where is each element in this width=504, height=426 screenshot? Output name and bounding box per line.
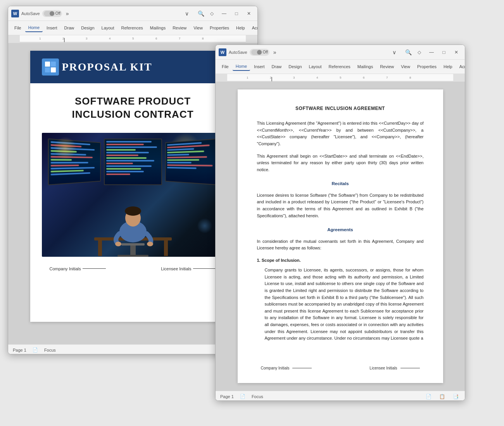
title-dropdown-1[interactable]: ∨ xyxy=(181,8,192,19)
autosave-label-2: AutoSave xyxy=(229,50,247,55)
svg-text:8: 8 xyxy=(202,37,204,40)
word-logo-1: W xyxy=(11,10,19,17)
ribbon-1: File Home Insert Draw Design Layout Refe… xyxy=(8,21,257,35)
doc-section-scope: 1. Scope of Inclusion. xyxy=(257,257,424,264)
svg-text:3: 3 xyxy=(86,37,88,40)
search-button-1[interactable]: 🔍 xyxy=(195,8,206,19)
code-line xyxy=(50,167,95,169)
code-line xyxy=(106,155,138,156)
toggle-off-label-2: Off xyxy=(263,50,268,54)
ruler-scale-1: 1 2 3 4 5 6 7 8 xyxy=(20,35,246,43)
tab-insert-1[interactable]: Insert xyxy=(43,24,60,32)
pk-icon xyxy=(42,58,59,76)
tab-review-1[interactable]: Review xyxy=(169,24,190,32)
svg-text:7: 7 xyxy=(386,76,388,79)
tab-properties-2[interactable]: Properties xyxy=(414,63,440,70)
tab-mailings-1[interactable]: Mailings xyxy=(147,24,169,32)
code-line xyxy=(106,163,133,164)
tab-properties-1[interactable]: Properties xyxy=(207,24,232,32)
search-button-2[interactable]: 🔍 xyxy=(403,47,414,58)
status-bar-2: Page 1 📄 Focus 📄 📋 📑 xyxy=(216,391,465,401)
code-line xyxy=(106,165,152,167)
tab-design-2[interactable]: Design xyxy=(285,63,305,70)
code-lines-center xyxy=(105,139,161,177)
tab-references-1[interactable]: References xyxy=(118,24,146,32)
minimize-button-2[interactable]: — xyxy=(426,47,437,58)
tab-home-2[interactable]: Home xyxy=(233,62,250,71)
svg-text:4: 4 xyxy=(316,76,318,79)
doc-para-4: In consideration of the mutual covenants… xyxy=(257,238,424,252)
tab-help-2[interactable]: Help xyxy=(440,63,456,70)
tab-design-1[interactable]: Design xyxy=(78,24,97,32)
more-options-2[interactable]: » xyxy=(272,49,278,55)
title-bar-2: W AutoSave Off » ∨ 🔍 ◇ — □ ✕ xyxy=(216,45,465,60)
pk-cell-3 xyxy=(45,67,50,72)
diamond-button-1[interactable]: ◇ xyxy=(206,8,217,19)
person-svg xyxy=(75,179,191,257)
more-options-1[interactable]: » xyxy=(64,10,71,17)
print-view-btn-2[interactable]: 📋 xyxy=(438,393,447,400)
page-indicator-1: Page 1 xyxy=(13,348,26,352)
code-lines-right xyxy=(166,139,217,171)
licensee-initials-line: Licensee Initials xyxy=(161,266,216,271)
tab-mailings-2[interactable]: Mailings xyxy=(354,63,376,70)
tab-file-1[interactable]: File xyxy=(11,24,24,32)
close-button-2[interactable]: ✕ xyxy=(451,47,462,58)
svg-text:5: 5 xyxy=(132,37,134,40)
svg-text:1: 1 xyxy=(247,76,249,79)
title-dropdown-2[interactable]: ∨ xyxy=(389,47,400,58)
pk-cell-2 xyxy=(51,62,56,67)
ruler-svg-1: 1 2 3 4 5 6 7 8 xyxy=(20,35,246,43)
doc-section-agreements: Agreements xyxy=(257,226,424,233)
tab-insert-2[interactable]: Insert xyxy=(251,63,268,70)
diamond-button-2[interactable]: ◇ xyxy=(414,47,425,58)
tab-draw-2[interactable]: Draw xyxy=(269,63,285,70)
licensee-initials-blank xyxy=(193,268,216,269)
tab-review-2[interactable]: Review xyxy=(377,63,397,70)
tab-layout-1[interactable]: Layout xyxy=(98,24,117,32)
title-bar-left-2: W AutoSave Off » xyxy=(219,48,389,56)
maximize-button-2[interactable]: □ xyxy=(438,47,449,58)
tab-acrobat-2[interactable]: Acrobat xyxy=(456,63,465,70)
autosave-toggle-1[interactable]: Off xyxy=(42,10,62,17)
code-line xyxy=(106,149,136,151)
word-window-2: W AutoSave Off » ∨ 🔍 ◇ — □ ✕ File Home I… xyxy=(215,45,465,401)
pk-logo-text: PROPOSAL KIT xyxy=(62,61,152,73)
svg-text:6: 6 xyxy=(155,37,157,40)
svg-text:6: 6 xyxy=(363,76,365,79)
tab-help-1[interactable]: Help xyxy=(233,24,248,32)
pk-cell-4 xyxy=(51,67,56,72)
code-line xyxy=(167,167,196,169)
tab-view-2[interactable]: View xyxy=(398,63,413,70)
page-1: PROPOSAL KIT SOFTWARE PRODUCT INCLUSION … xyxy=(30,51,236,322)
ruler-svg-2: 1 2 3 4 5 6 7 8 xyxy=(227,74,453,82)
toggle-off-label-1: Off xyxy=(55,11,60,15)
tab-draw-1[interactable]: Draw xyxy=(61,24,78,32)
title-bar-left-1: W AutoSave Off » xyxy=(11,10,181,17)
web-view-btn-2[interactable]: 📑 xyxy=(451,393,460,400)
ribbon-2: File Home Insert Draw Design Layout Refe… xyxy=(216,60,465,74)
close-button-1[interactable]: ✕ xyxy=(243,8,254,19)
doc-main-title: SOFTWARE INCLUSION AGREEMENT xyxy=(257,105,424,112)
cover-title-section: SOFTWARE PRODUCT INCLUSION CONTRACT xyxy=(30,83,236,129)
cover-title-line2: INCLUSION CONTRACT xyxy=(72,108,193,120)
svg-rect-11 xyxy=(98,240,102,256)
tab-acrobat-1[interactable]: Acrobat xyxy=(249,24,258,32)
tab-references-2[interactable]: References xyxy=(326,63,354,70)
tab-file-2[interactable]: File xyxy=(219,63,232,70)
doc-area-2: SOFTWARE INCLUSION AGREEMENT This Licens… xyxy=(216,82,465,391)
minimize-button-1[interactable]: — xyxy=(219,8,230,19)
code-line xyxy=(167,159,199,160)
tab-home-1[interactable]: Home xyxy=(25,24,43,32)
code-line xyxy=(106,152,149,153)
tab-layout-2[interactable]: Layout xyxy=(306,63,325,70)
monitor-center xyxy=(104,139,162,185)
read-view-btn-2[interactable]: 📄 xyxy=(424,393,433,400)
autosave-toggle-2[interactable]: Off xyxy=(250,49,269,56)
svg-rect-14 xyxy=(130,246,136,255)
doc-stats-icon-2: 📄 xyxy=(240,394,245,399)
title-bar-right-1: ◇ — □ ✕ xyxy=(206,8,254,19)
maximize-button-1[interactable]: □ xyxy=(231,8,242,19)
tab-view-1[interactable]: View xyxy=(190,24,206,32)
svg-text:1: 1 xyxy=(39,37,41,40)
